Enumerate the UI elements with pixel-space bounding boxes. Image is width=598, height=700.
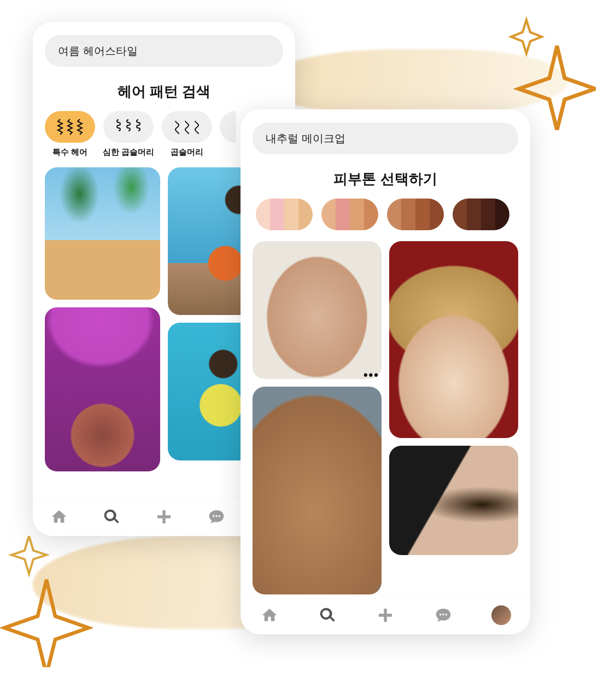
hair-pattern-chip[interactable]: 심한 곱슬머리 <box>103 111 154 158</box>
braid-icon <box>45 111 95 143</box>
search-value: 여름 헤어스타일 <box>58 44 138 59</box>
wave-icon <box>220 111 236 143</box>
svg-point-5 <box>445 613 447 615</box>
skin-tone-swatch[interactable] <box>256 199 313 230</box>
hair-pattern-chip[interactable]: 특수 헤어 <box>45 111 95 158</box>
profile-avatar[interactable] <box>491 605 511 625</box>
chip-label: 특수 헤어 <box>52 147 87 158</box>
search-input[interactable]: 여름 헤어스타일 <box>45 35 283 67</box>
more-options-icon[interactable]: ••• <box>364 368 379 382</box>
bald-smile-photo <box>253 241 382 379</box>
chip-label: 심한 곱슬머리 <box>103 147 154 158</box>
search-icon[interactable] <box>102 507 121 527</box>
chat-icon[interactable] <box>433 605 453 625</box>
image-grid: •••••• <box>241 241 530 595</box>
svg-point-1 <box>215 515 217 516</box>
pin-card[interactable]: ••• <box>253 387 382 594</box>
tight-curl-icon <box>103 111 154 143</box>
search-value: 내추럴 메이크업 <box>266 131 345 146</box>
skin-tone-swatch[interactable] <box>453 199 509 230</box>
skin-tone-swatch[interactable] <box>321 199 378 230</box>
hair-pattern-chip[interactable]: 곱슬머리 <box>162 111 212 158</box>
svg-point-0 <box>213 515 214 516</box>
add-icon[interactable] <box>154 507 174 527</box>
phone-makeup-search: 내추럴 메이크업 피부톤 선택하기 •••••• <box>241 109 530 634</box>
pin-card[interactable] <box>389 446 518 555</box>
purple-flowers-photo <box>45 307 160 471</box>
skin-tone-swatch[interactable] <box>387 199 444 230</box>
search-icon[interactable] <box>318 605 337 625</box>
red-background-photo <box>389 241 518 438</box>
hair-pattern-chip[interactable] <box>220 111 236 158</box>
eyebrow-closeup-photo <box>389 446 518 555</box>
sparkle-icon <box>0 536 93 667</box>
home-icon[interactable] <box>260 605 279 625</box>
svg-point-3 <box>439 613 441 615</box>
chat-icon[interactable] <box>207 507 226 527</box>
add-icon[interactable] <box>376 605 395 625</box>
bottom-nav <box>241 595 530 634</box>
freckles-closeup-photo <box>253 387 382 594</box>
search-input[interactable]: 내추럴 메이크업 <box>253 122 518 154</box>
pin-card[interactable] <box>45 167 160 300</box>
section-title: 헤어 패턴 검색 <box>33 82 295 101</box>
pin-card[interactable] <box>45 307 160 471</box>
palm-trees-photo <box>45 167 160 300</box>
home-icon[interactable] <box>49 507 69 527</box>
svg-point-2 <box>219 515 220 516</box>
pin-card[interactable]: ••• <box>253 241 382 379</box>
pin-card[interactable] <box>389 241 518 438</box>
skin-tone-chips <box>241 199 530 230</box>
section-title: 피부톤 선택하기 <box>241 170 530 189</box>
curl-icon <box>162 111 212 143</box>
chip-label: 곱슬머리 <box>171 147 203 158</box>
svg-point-4 <box>442 613 444 615</box>
